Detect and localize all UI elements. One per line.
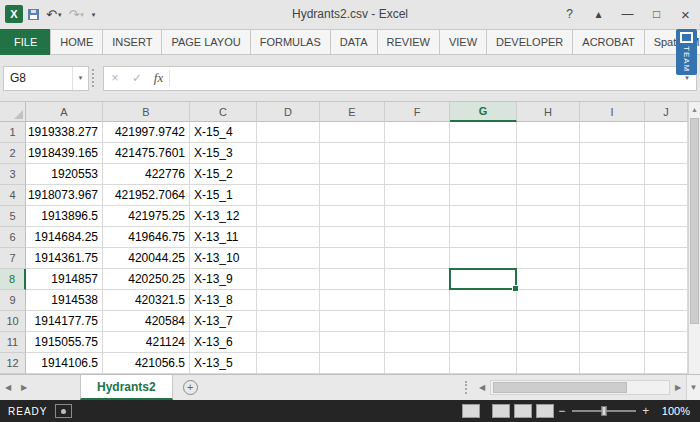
cell-G7[interactable] <box>450 248 517 269</box>
cell-J3[interactable] <box>645 164 688 185</box>
column-header-E[interactable]: E <box>320 102 385 122</box>
cell-C10[interactable]: X-13_7 <box>190 311 257 332</box>
cell-E6[interactable] <box>320 227 385 248</box>
column-header-H[interactable]: H <box>517 102 580 122</box>
cell-G8[interactable] <box>450 269 517 290</box>
name-box[interactable]: G8 ▾ <box>3 66 89 91</box>
cell-C9[interactable]: X-13_8 <box>190 290 257 311</box>
cell-I1[interactable] <box>580 122 645 143</box>
cell-J9[interactable] <box>645 290 688 311</box>
vertical-scrollbar[interactable]: ▲ <box>688 102 700 374</box>
cell-D8[interactable] <box>257 269 320 290</box>
cell-J2[interactable] <box>645 143 688 164</box>
cell-C1[interactable]: X-15_4 <box>190 122 257 143</box>
cell-E10[interactable] <box>320 311 385 332</box>
cell-E5[interactable] <box>320 206 385 227</box>
row-header-10[interactable]: 10 <box>0 311 26 332</box>
cell-D7[interactable] <box>257 248 320 269</box>
cell-H9[interactable] <box>517 290 580 311</box>
sheet-nav-right-icon[interactable]: ▶ <box>16 375 32 400</box>
cell-H2[interactable] <box>517 143 580 164</box>
save-button[interactable] <box>26 8 41 21</box>
cell-E12[interactable] <box>320 353 385 374</box>
cell-G10[interactable] <box>450 311 517 332</box>
restore-button[interactable]: □ <box>642 0 671 28</box>
cell-A12[interactable]: 1914106.5 <box>26 353 103 374</box>
cell-B2[interactable]: 421475.7601 <box>103 143 190 164</box>
row-header-7[interactable]: 7 <box>0 248 26 269</box>
cell-I9[interactable] <box>580 290 645 311</box>
cell-A9[interactable]: 1914538 <box>26 290 103 311</box>
cell-B5[interactable]: 421975.25 <box>103 206 190 227</box>
cell-A11[interactable]: 1915055.75 <box>26 332 103 353</box>
cell-F9[interactable] <box>385 290 450 311</box>
zoom-in-button[interactable]: + <box>638 404 654 418</box>
horizontal-scroll-thumb[interactable] <box>493 382 627 393</box>
cell-C12[interactable]: X-13_5 <box>190 353 257 374</box>
grid-icon[interactable] <box>462 404 480 418</box>
vertical-scroll-thumb[interactable] <box>690 118 699 324</box>
cell-J4[interactable] <box>645 185 688 206</box>
cell-J1[interactable] <box>645 122 688 143</box>
new-sheet-button[interactable]: + <box>183 375 198 400</box>
cell-I7[interactable] <box>580 248 645 269</box>
zoom-slider[interactable] <box>572 410 636 412</box>
row-header-3[interactable]: 3 <box>0 164 26 185</box>
row-header-1[interactable]: 1 <box>0 122 26 143</box>
column-header-D[interactable]: D <box>257 102 320 122</box>
cell-F12[interactable] <box>385 353 450 374</box>
tab-acrobat[interactable]: ACROBAT <box>572 29 644 55</box>
cell-F11[interactable] <box>385 332 450 353</box>
cell-B8[interactable]: 420250.25 <box>103 269 190 290</box>
tab-developer[interactable]: DEVELOPER <box>486 29 573 55</box>
cell-D2[interactable] <box>257 143 320 164</box>
cell-J6[interactable] <box>645 227 688 248</box>
tab-insert[interactable]: INSERT <box>102 29 162 55</box>
tab-formulas[interactable]: FORMULAS <box>250 29 331 55</box>
cell-F6[interactable] <box>385 227 450 248</box>
row-header-9[interactable]: 9 <box>0 290 26 311</box>
cell-D11[interactable] <box>257 332 320 353</box>
cell-B7[interactable]: 420044.25 <box>103 248 190 269</box>
cell-D5[interactable] <box>257 206 320 227</box>
cell-E7[interactable] <box>320 248 385 269</box>
excel-app-icon[interactable]: X <box>5 5 23 23</box>
row-header-6[interactable]: 6 <box>0 227 26 248</box>
undo-dropdown-icon[interactable]: ▾ <box>58 11 62 18</box>
cell-B11[interactable]: 421124 <box>103 332 190 353</box>
cell-G12[interactable] <box>450 353 517 374</box>
cell-I5[interactable] <box>580 206 645 227</box>
cell-G5[interactable] <box>450 206 517 227</box>
row-header-11[interactable]: 11 <box>0 332 26 353</box>
cell-A10[interactable]: 1914177.75 <box>26 311 103 332</box>
cell-A8[interactable]: 1914857 <box>26 269 103 290</box>
tab-file[interactable]: FILE <box>0 29 51 55</box>
cell-A7[interactable]: 1914361.75 <box>26 248 103 269</box>
column-header-C[interactable]: C <box>190 102 257 122</box>
insert-function-button[interactable]: fx <box>148 70 170 86</box>
cell-H7[interactable] <box>517 248 580 269</box>
row-header-4[interactable]: 4 <box>0 185 26 206</box>
cell-G4[interactable] <box>450 185 517 206</box>
page-break-view-button[interactable] <box>536 404 554 418</box>
cell-C2[interactable]: X-15_3 <box>190 143 257 164</box>
cell-D10[interactable] <box>257 311 320 332</box>
cell-H8[interactable] <box>517 269 580 290</box>
cell-I8[interactable] <box>580 269 645 290</box>
cell-G11[interactable] <box>450 332 517 353</box>
cell-I2[interactable] <box>580 143 645 164</box>
macro-record-icon[interactable] <box>55 404 72 418</box>
cell-B4[interactable]: 421952.7064 <box>103 185 190 206</box>
cell-H12[interactable] <box>517 353 580 374</box>
select-all-button[interactable] <box>0 102 26 122</box>
tab-bar-splitter[interactable] <box>465 381 472 394</box>
zoom-out-button[interactable]: − <box>554 404 570 418</box>
cell-C4[interactable]: X-15_1 <box>190 185 257 206</box>
cell-H11[interactable] <box>517 332 580 353</box>
minimize-button[interactable]: — <box>613 0 642 28</box>
cell-I6[interactable] <box>580 227 645 248</box>
cell-F4[interactable] <box>385 185 450 206</box>
cell-D9[interactable] <box>257 290 320 311</box>
formula-bar-splitter[interactable] <box>92 69 100 87</box>
scroll-down-icon[interactable]: ▼ <box>686 375 700 400</box>
